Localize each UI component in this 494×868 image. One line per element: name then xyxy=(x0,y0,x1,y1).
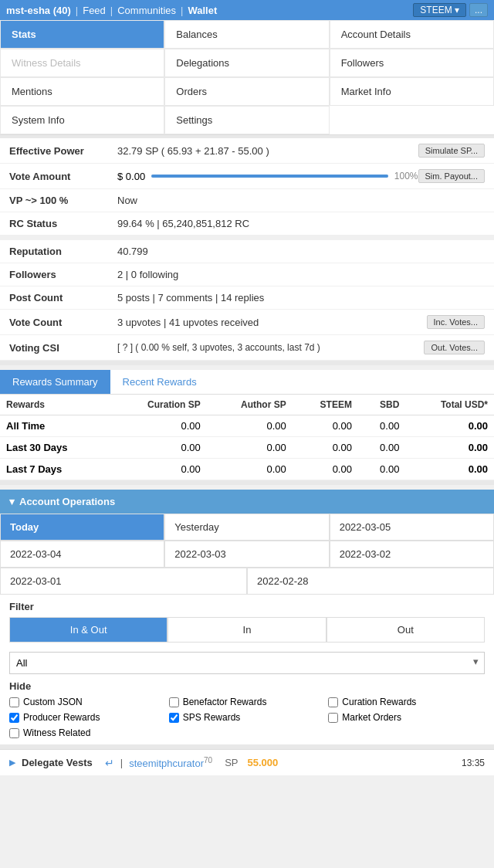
filter-section: Filter In & Out In Out All Hide Custom J… xyxy=(0,595,494,744)
nav-feed-link[interactable]: Feed xyxy=(83,5,106,16)
col-total-usd: Total USD* xyxy=(405,395,494,415)
custom-json-checkbox[interactable] xyxy=(9,697,19,707)
checkbox-market-orders[interactable]: Market Orders xyxy=(328,712,485,723)
rewards-author-sp: 0.00 xyxy=(207,459,293,480)
followers-value: 2 | 0 following xyxy=(117,269,485,280)
navigation-menu: Stats Balances Account Details Witness D… xyxy=(0,20,494,135)
date-2022-02-28[interactable]: 2022-02-28 xyxy=(247,568,494,595)
date-2022-03-03[interactable]: 2022-03-03 xyxy=(164,541,329,568)
more-button[interactable]: ... xyxy=(469,3,488,17)
followers-row: Followers 2 | 0 following xyxy=(0,263,494,287)
checkbox-producer-rewards[interactable]: Producer Rewards xyxy=(9,712,166,723)
nav-communities-link[interactable]: Communities xyxy=(117,5,176,16)
sps-rewards-checkbox[interactable] xyxy=(169,713,179,723)
checkbox-custom-json[interactable]: Custom JSON xyxy=(9,697,166,707)
bottom-sp-label: SP xyxy=(225,757,238,768)
vp-row: VP ~> 100 % Now xyxy=(0,189,494,212)
menu-item-followers[interactable]: Followers xyxy=(330,49,494,77)
reputation-row: Reputation 40.799 xyxy=(0,240,494,263)
filter-select-wrapper: All xyxy=(9,647,485,674)
menu-item-account-details[interactable]: Account Details xyxy=(330,20,494,49)
checkbox-sps-rewards[interactable]: SPS Rewards xyxy=(169,712,326,723)
voting-csi-label: Voting CSI xyxy=(9,342,117,354)
menu-item-delegations[interactable]: Delegations xyxy=(164,49,329,77)
date-yesterday[interactable]: Yesterday xyxy=(164,514,329,541)
vote-slider-fill xyxy=(151,175,388,178)
vote-slider-track[interactable] xyxy=(151,175,388,178)
rewards-table-row: All Time 0.00 0.00 0.00 0.00 0.00 xyxy=(0,415,494,437)
rewards-row-label: Last 7 Days xyxy=(0,459,110,480)
date-grid-row2: 2022-03-04 2022-03-03 2022-03-02 xyxy=(0,541,494,568)
ops-title: Account Operations xyxy=(19,496,115,507)
col-curation-sp: Curation SP xyxy=(110,395,207,415)
rewards-summary-tab[interactable]: Rewards Summary xyxy=(0,370,110,394)
market-orders-checkbox[interactable] xyxy=(328,713,338,723)
rc-status-row: RC Status 99.64 % | 65,240,851,812 RC xyxy=(0,212,494,236)
vp-label: VP ~> 100 % xyxy=(9,195,117,206)
menu-item-mentions[interactable]: Mentions xyxy=(0,77,164,106)
rewards-sbd: 0.00 xyxy=(358,459,405,480)
recent-rewards-tab[interactable]: Recent Rewards xyxy=(110,370,209,394)
checkbox-witness-related[interactable]: Witness Related xyxy=(9,727,166,738)
simulate-sp-button[interactable]: Simulate SP... xyxy=(418,144,485,158)
filter-in[interactable]: In xyxy=(167,617,326,643)
nav-wallet-link[interactable]: Wallet xyxy=(188,5,217,16)
date-grid-row3: 2022-03-01 2022-02-28 xyxy=(0,568,494,595)
bottom-amount: 55.000 xyxy=(247,757,278,768)
hide-checkboxes: Custom JSON Benefactor Rewards Curation … xyxy=(9,697,485,738)
menu-item-witness-details[interactable]: Witness Details xyxy=(0,49,164,77)
filter-in-out[interactable]: In & Out xyxy=(9,617,167,643)
rewards-steem: 0.00 xyxy=(293,437,358,459)
filter-select[interactable]: All xyxy=(9,652,485,674)
curation-rewards-checkbox[interactable] xyxy=(328,697,338,707)
rewards-sbd: 0.00 xyxy=(358,437,405,459)
rewards-total: 0.00 xyxy=(405,437,494,459)
checkbox-curation-rewards[interactable]: Curation Rewards xyxy=(328,697,485,707)
rewards-row-label: All Time xyxy=(0,415,110,437)
rewards-curation-sp: 0.00 xyxy=(110,459,207,480)
hide-label: Hide xyxy=(9,680,485,692)
effective-power-row: Effective Power 32.79 SP ( 65.93 + 21.87… xyxy=(0,138,494,164)
date-grid-row1: Today Yesterday 2022-03-05 xyxy=(0,514,494,541)
bottom-username[interactable]: steemitphcurator70 xyxy=(129,756,212,769)
vote-slider: $ 0.00 100% xyxy=(117,171,418,182)
separator: | xyxy=(120,757,123,768)
menu-item-system-info[interactable]: System Info xyxy=(0,106,164,134)
rewards-curation-sp: 0.00 xyxy=(110,437,207,459)
date-today[interactable]: Today xyxy=(0,514,164,541)
filter-out[interactable]: Out xyxy=(327,617,485,643)
bottom-title: Delegate Vests xyxy=(22,757,93,768)
rewards-table-row: Last 30 Days 0.00 0.00 0.00 0.00 0.00 xyxy=(0,437,494,459)
filter-tabs: In & Out In Out xyxy=(9,617,485,643)
date-2022-03-05[interactable]: 2022-03-05 xyxy=(330,514,494,541)
menu-item-balances[interactable]: Balances xyxy=(164,20,329,49)
steem-button[interactable]: STEEM ▾ xyxy=(413,3,466,17)
menu-item-stats[interactable]: Stats xyxy=(0,20,164,49)
date-2022-03-01[interactable]: 2022-03-01 xyxy=(0,568,247,595)
rewards-total: 0.00 xyxy=(405,415,494,437)
producer-rewards-checkbox[interactable] xyxy=(9,713,19,723)
nav-username[interactable]: mst-esha (40) xyxy=(6,5,71,16)
vote-amount-label: Vote Amount xyxy=(9,171,117,182)
rewards-author-sp: 0.00 xyxy=(207,437,293,459)
vote-percentage: 100% xyxy=(394,171,418,181)
post-count-row: Post Count 5 posts | 7 comments | 14 rep… xyxy=(0,287,494,310)
menu-item-settings[interactable]: Settings xyxy=(164,106,329,134)
menu-item-orders[interactable]: Orders xyxy=(164,77,329,106)
rewards-section: Rewards Summary Recent Rewards Rewards C… xyxy=(0,370,494,480)
date-2022-03-02[interactable]: 2022-03-02 xyxy=(330,541,494,568)
witness-related-checkbox[interactable] xyxy=(9,728,19,738)
inc-votes-button[interactable]: Inc. Votes... xyxy=(427,315,485,329)
out-votes-button[interactable]: Out. Votes... xyxy=(424,341,485,354)
date-2022-03-04[interactable]: 2022-03-04 xyxy=(0,541,164,568)
vp-value: Now xyxy=(117,195,485,206)
checkbox-benefactor-rewards[interactable]: Benefactor Rewards xyxy=(169,697,326,707)
sim-payout-button[interactable]: Sim. Payout... xyxy=(418,169,485,183)
menu-item-market-info[interactable]: Market Info xyxy=(330,77,494,106)
benefactor-rewards-checkbox[interactable] xyxy=(169,697,179,707)
rewards-row-label: Last 30 Days xyxy=(0,437,110,459)
delegate-arrow-icon: ↵ xyxy=(105,757,114,769)
rewards-steem: 0.00 xyxy=(293,415,358,437)
bottom-time: 13:35 xyxy=(462,758,485,768)
effective-power-label: Effective Power xyxy=(9,145,117,157)
